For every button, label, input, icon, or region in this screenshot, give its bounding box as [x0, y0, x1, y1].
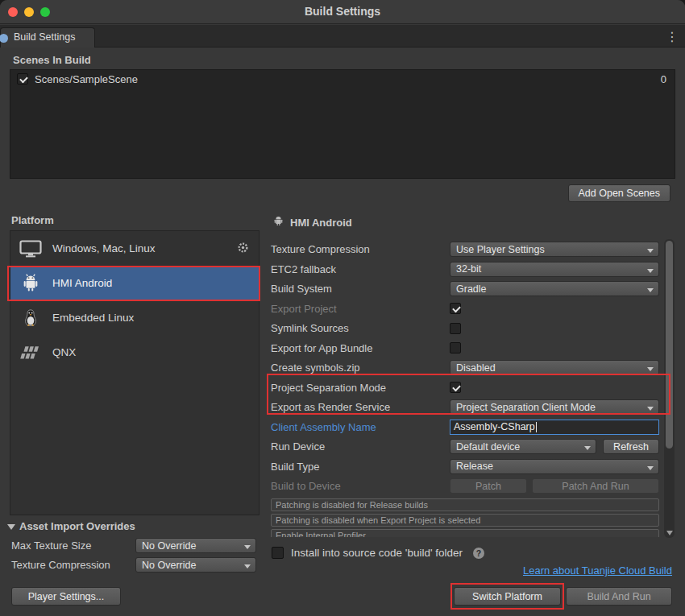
- max-texture-size-dropdown[interactable]: No Override: [135, 538, 256, 553]
- platform-item-label: Windows, Mac, Linux: [52, 242, 227, 254]
- platform-item-windows-mac-linux[interactable]: Windows, Mac, Linux: [10, 231, 259, 266]
- max-texture-size-label: Max Texture Size: [11, 540, 91, 552]
- install-source-build-checkbox[interactable]: [272, 547, 284, 559]
- platform-header: Platform: [11, 214, 54, 226]
- symlink-sources-label: Symlink Sources: [271, 322, 450, 334]
- player-settings-button[interactable]: Player Settings...: [11, 587, 121, 606]
- client-assembly-name-input[interactable]: Assembly-CSharp: [450, 420, 659, 435]
- setting-row: Build System Gradle: [271, 281, 659, 296]
- input-value: Assembly-CSharp: [454, 421, 535, 432]
- scenes-in-build-header: Scenes In Build: [13, 54, 91, 66]
- dropdown-value: Project Separation Client Mode: [456, 402, 596, 413]
- dropdown-value: No Override: [142, 560, 196, 571]
- create-symbols-dropdown[interactable]: Disabled: [450, 360, 659, 375]
- export-project-checkbox: [450, 303, 461, 314]
- build-system-dropdown[interactable]: Gradle: [450, 281, 659, 296]
- setting-row: Export as Render Service Project Separat…: [271, 399, 659, 415]
- refresh-button[interactable]: Refresh: [603, 439, 659, 454]
- android-icon: [19, 273, 43, 294]
- enable-internal-profiler-label: Enable Internal Profiler: [271, 529, 659, 537]
- setting-row: Client Assembly Name Assembly-CSharp: [271, 420, 659, 435]
- build-and-run-button[interactable]: Build And Run: [566, 587, 672, 606]
- titlebar: Build Settings: [0, 0, 685, 24]
- kebab-menu-icon[interactable]: ⋮: [664, 27, 680, 47]
- qnx-icon: [19, 344, 43, 362]
- setting-row: Project Separation Mode: [271, 380, 659, 395]
- setting-row: Symlink Sources: [271, 320, 659, 336]
- asset-import-overrides-header[interactable]: Asset Import Overrides: [19, 520, 135, 532]
- zoom-button[interactable]: [40, 7, 50, 17]
- help-icon[interactable]: ?: [473, 548, 484, 559]
- build-type-label: Build Type: [271, 461, 450, 473]
- platform-item-hmi-android[interactable]: HMI Android: [10, 266, 259, 300]
- install-source-build-label: Install into source code 'build' folder: [291, 547, 463, 559]
- dropdown-value: Disabled: [456, 362, 496, 374]
- setting-row: Build Type Release: [271, 459, 659, 474]
- close-button[interactable]: [8, 7, 18, 17]
- run-device-dropdown[interactable]: Default device: [450, 439, 596, 454]
- settings-scrollbar[interactable]: [664, 239, 675, 538]
- dropdown-value: 32-bit: [456, 263, 481, 275]
- dropdown-value: Default device: [456, 441, 520, 453]
- texture-compression-override-label: Texture Compression: [11, 559, 110, 571]
- export-app-bundle-checkbox[interactable]: [450, 342, 461, 353]
- setting-row: Build to Device Patch Patch And Run: [271, 478, 659, 494]
- text-caret: [536, 422, 537, 432]
- setting-row: Export for App Bundle: [271, 341, 659, 356]
- export-project-label: Export Project: [271, 303, 450, 315]
- switch-platform-button[interactable]: Switch Platform: [454, 587, 561, 606]
- setting-row: Run Device Default device Refresh: [271, 439, 659, 454]
- selected-platform-header: HMI Android: [272, 215, 352, 229]
- minimize-button[interactable]: [24, 7, 34, 17]
- scene-row[interactable]: Scenes/SampleScene 0: [10, 70, 675, 88]
- build-to-device-label: Build to Device: [271, 480, 450, 492]
- platform-item-embedded-linux[interactable]: Embedded Linux: [10, 300, 259, 335]
- dropdown-value: Gradle: [456, 283, 487, 295]
- build-type-dropdown[interactable]: Release: [450, 459, 659, 474]
- penguin-icon: [19, 308, 43, 328]
- patch-and-run-button: Patch And Run: [532, 478, 659, 494]
- platform-item-qnx[interactable]: QNX: [10, 335, 259, 370]
- project-separation-mode-label: Project Separation Mode: [271, 382, 450, 394]
- create-symbols-label: Create symbols.zip: [271, 362, 450, 374]
- platform-item-label: HMI Android: [52, 277, 251, 289]
- platform-settings: Texture Compression Use Player Settings …: [271, 242, 659, 537]
- scene-build-index: 0: [661, 73, 668, 85]
- selected-platform-title: HMI Android: [290, 217, 352, 229]
- texture-compression-dropdown[interactable]: Use Player Settings: [450, 242, 659, 257]
- window-title: Build Settings: [0, 0, 685, 23]
- tab-bar: Build Settings ⋮: [0, 25, 685, 48]
- add-open-scenes-button[interactable]: Add Open Scenes: [568, 184, 670, 202]
- tab-build-settings[interactable]: Build Settings: [0, 27, 95, 48]
- cloud-build-link[interactable]: Learn about Tuanjie Cloud Build: [523, 564, 672, 577]
- build-system-label: Build System: [271, 283, 450, 295]
- dropdown-value: Use Player Settings: [456, 244, 545, 255]
- scrollbar-down-arrow-icon[interactable]: [666, 531, 673, 535]
- gear-icon[interactable]: [237, 242, 249, 256]
- export-render-service-dropdown[interactable]: Project Separation Client Mode: [450, 399, 659, 415]
- window-icon: [0, 34, 8, 43]
- symlink-sources-checkbox[interactable]: [450, 323, 461, 334]
- info-patching-release: Patching is disabled for Release builds: [271, 498, 659, 511]
- run-device-label: Run Device: [271, 440, 450, 453]
- etc2-fallback-label: ETC2 fallback: [271, 263, 450, 275]
- texture-compression-label: Texture Compression: [271, 243, 450, 255]
- texture-compression-override-dropdown[interactable]: No Override: [135, 557, 256, 573]
- setting-row: ETC2 fallback 32-bit: [271, 262, 659, 277]
- scenes-list[interactable]: Scenes/SampleScene 0: [10, 69, 675, 179]
- platform-item-label: Embedded Linux: [52, 312, 251, 324]
- patch-button: Patch: [450, 478, 527, 494]
- monitor-icon: [19, 240, 43, 258]
- android-icon: [272, 215, 284, 229]
- info-patching-export: Patching is disabled when Export Project…: [271, 514, 659, 527]
- project-separation-mode-checkbox[interactable]: [450, 382, 461, 393]
- scene-checkbox[interactable]: [17, 73, 28, 85]
- scrollbar-thumb[interactable]: [666, 241, 673, 449]
- export-render-service-label: Export as Render Service: [271, 401, 450, 413]
- disclosure-triangle-icon[interactable]: [7, 524, 15, 530]
- setting-row: Create symbols.zip Disabled: [271, 360, 659, 375]
- setting-row: Texture Compression Use Player Settings: [271, 242, 659, 257]
- install-source-build-row: Install into source code 'build' folder …: [272, 547, 484, 559]
- etc2-fallback-dropdown[interactable]: 32-bit: [450, 262, 659, 277]
- export-app-bundle-label: Export for App Bundle: [271, 342, 450, 354]
